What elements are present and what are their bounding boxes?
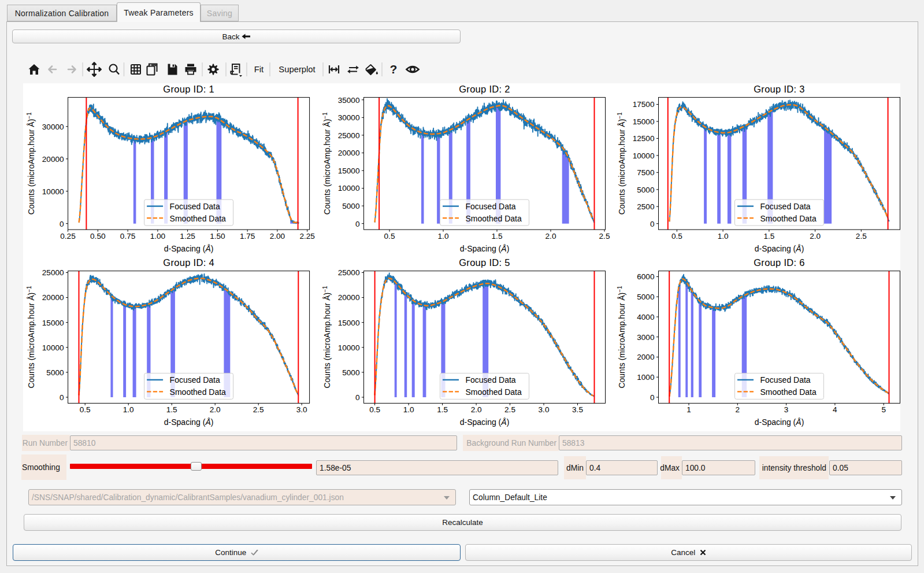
svg-text:17500: 17500: [633, 100, 655, 109]
svg-text:25000: 25000: [338, 268, 360, 277]
svg-text:2.5: 2.5: [599, 232, 610, 241]
svg-text:5000: 5000: [342, 368, 360, 377]
svg-text:10000: 10000: [338, 184, 360, 193]
svg-text:d-Spacing (Å): d-Spacing (Å): [460, 417, 510, 427]
svg-text:1: 1: [686, 405, 691, 414]
svg-text:Group ID: 5: Group ID: 5: [459, 257, 510, 268]
svg-text:Smoothed Data: Smoothed Data: [170, 214, 226, 223]
svg-text:20000: 20000: [42, 293, 64, 302]
svg-text:Counts (microAmp.hour Å)−1: Counts (microAmp.hour Å)−1: [617, 112, 626, 215]
svg-text:5: 5: [881, 405, 886, 414]
svg-text:1.00: 1.00: [150, 232, 166, 241]
svg-text:5000: 5000: [342, 202, 360, 210]
svg-text:4000: 4000: [637, 313, 655, 321]
svg-text:4: 4: [833, 405, 837, 414]
svg-text:Smoothed Data: Smoothed Data: [466, 387, 522, 397]
svg-text:Focused Data: Focused Data: [760, 202, 811, 211]
svg-text:10000: 10000: [42, 187, 64, 196]
svg-text:Counts (microAmp.hour Å)−1: Counts (microAmp.hour Å)−1: [322, 112, 332, 215]
svg-text:15000: 15000: [42, 319, 64, 327]
svg-text:20000: 20000: [42, 155, 64, 164]
svg-text:2.0: 2.0: [546, 232, 556, 241]
svg-text:3.0: 3.0: [296, 405, 307, 414]
svg-text:0: 0: [355, 393, 360, 402]
svg-text:Group ID: 4: Group ID: 4: [163, 257, 214, 268]
svg-text:5000: 5000: [46, 368, 64, 377]
svg-text:Counts (microAmp.hour Å)−1: Counts (microAmp.hour Å)−1: [617, 286, 626, 389]
svg-text:d-Spacing (Å): d-Spacing (Å): [755, 417, 804, 427]
svg-text:10000: 10000: [633, 151, 655, 160]
svg-text:3: 3: [784, 405, 789, 414]
svg-text:2000: 2000: [637, 353, 655, 361]
svg-text:3.0: 3.0: [539, 405, 550, 414]
svg-text:0.50: 0.50: [90, 232, 106, 241]
svg-text:2: 2: [736, 405, 740, 414]
svg-text:d-Spacing (Å): d-Spacing (Å): [164, 417, 214, 427]
svg-text:2.5: 2.5: [856, 232, 867, 241]
svg-text:0: 0: [355, 220, 360, 228]
svg-text:1.5: 1.5: [763, 232, 774, 241]
svg-text:1.0: 1.0: [403, 405, 414, 414]
svg-text:d-Spacing (Å): d-Spacing (Å): [164, 244, 214, 253]
svg-text:2.00: 2.00: [270, 232, 285, 241]
svg-text:0: 0: [60, 220, 64, 228]
svg-text:1.25: 1.25: [180, 232, 195, 241]
svg-text:20000: 20000: [338, 293, 360, 302]
svg-text:0: 0: [650, 393, 655, 402]
svg-text:?: ?: [390, 62, 398, 76]
svg-text:5000: 5000: [637, 186, 655, 194]
svg-text:1.5: 1.5: [437, 405, 448, 414]
svg-text:Group ID: 3: Group ID: 3: [754, 84, 805, 94]
svg-text:2.0: 2.0: [471, 405, 482, 414]
svg-text:0.5: 0.5: [671, 232, 682, 241]
svg-text:7500: 7500: [637, 168, 655, 177]
svg-text:12500: 12500: [633, 134, 655, 143]
svg-text:1.0: 1.0: [718, 232, 729, 241]
svg-text:Focused Data: Focused Data: [466, 202, 516, 211]
svg-text:10000: 10000: [42, 343, 64, 352]
svg-text:Focused Data: Focused Data: [170, 375, 220, 385]
svg-text:Smoothed Data: Smoothed Data: [760, 387, 817, 397]
svg-text:2.5: 2.5: [504, 405, 515, 414]
svg-text:2500: 2500: [637, 202, 655, 211]
svg-text:d-Spacing (Å): d-Spacing (Å): [460, 244, 510, 253]
svg-text:1.5: 1.5: [492, 232, 503, 241]
svg-text:2.0: 2.0: [810, 232, 821, 241]
svg-text:Focused Data: Focused Data: [170, 202, 220, 211]
svg-text:Group ID: 1: Group ID: 1: [163, 84, 214, 94]
svg-text:Group ID: 2: Group ID: 2: [459, 84, 510, 94]
svg-text:2.0: 2.0: [210, 405, 221, 414]
svg-text:25000: 25000: [42, 268, 64, 277]
svg-text:0.5: 0.5: [80, 405, 91, 414]
svg-text:Counts (microAmp.hour Å)−1: Counts (microAmp.hour Å)−1: [26, 112, 36, 215]
svg-text:1000: 1000: [637, 373, 655, 382]
svg-text:35000: 35000: [338, 96, 360, 105]
svg-text:5000: 5000: [637, 293, 655, 301]
svg-text:Group ID: 6: Group ID: 6: [754, 257, 805, 268]
svg-text:0: 0: [650, 220, 655, 228]
svg-text:d-Spacing (Å): d-Spacing (Å): [755, 244, 804, 253]
svg-text:0.75: 0.75: [120, 232, 135, 241]
svg-text:Focused Data: Focused Data: [760, 375, 811, 385]
svg-text:20000: 20000: [338, 149, 360, 157]
svg-text:Focused Data: Focused Data: [466, 375, 516, 385]
svg-text:15000: 15000: [633, 117, 655, 126]
svg-text:0.25: 0.25: [60, 232, 75, 241]
svg-text:2.5: 2.5: [253, 405, 264, 414]
svg-text:Smoothed Data: Smoothed Data: [760, 214, 817, 223]
svg-text:Smoothed Data: Smoothed Data: [466, 214, 522, 223]
svg-text:Counts (microAmp.hour Å)−1: Counts (microAmp.hour Å)−1: [26, 286, 36, 389]
svg-text:10000: 10000: [338, 343, 360, 352]
svg-text:30000: 30000: [338, 113, 360, 122]
svg-text:2.25: 2.25: [299, 232, 314, 241]
svg-text:0.5: 0.5: [384, 232, 395, 241]
svg-text:15000: 15000: [338, 167, 360, 175]
svg-text:1.0: 1.0: [438, 232, 449, 241]
svg-text:Superplot: Superplot: [279, 65, 315, 74]
svg-text:15000: 15000: [338, 319, 360, 327]
svg-text:3000: 3000: [637, 333, 655, 342]
svg-text:25000: 25000: [338, 131, 360, 140]
svg-text:0.5: 0.5: [369, 405, 380, 414]
svg-text:1.0: 1.0: [123, 405, 134, 414]
svg-text:30000: 30000: [42, 123, 64, 131]
